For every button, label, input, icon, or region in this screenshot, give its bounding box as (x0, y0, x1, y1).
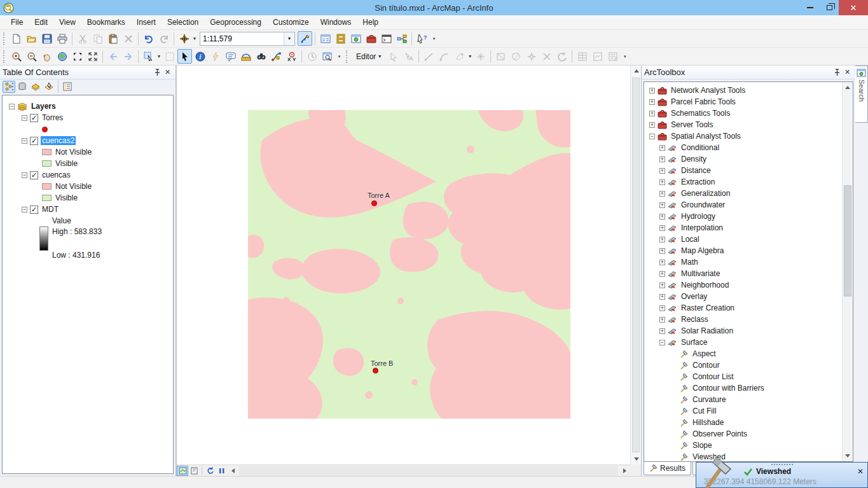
expand-icon[interactable]: + (649, 122, 655, 128)
close-icon[interactable]: ✕ (842, 67, 853, 78)
tool-item[interactable]: Slope (644, 440, 853, 451)
toolset-item[interactable]: −Surface (644, 337, 853, 348)
trace-tool-icon[interactable] (452, 49, 467, 64)
results-tab[interactable]: Results (644, 462, 691, 475)
save-icon[interactable] (39, 31, 54, 46)
expand-icon[interactable]: + (659, 168, 665, 174)
menu-file[interactable]: File (5, 16, 29, 29)
expand-icon[interactable]: + (649, 88, 655, 94)
layer-group-row[interactable]: − Layers (3, 101, 173, 112)
collapse-icon[interactable]: − (22, 172, 27, 178)
layer-label[interactable]: MDT (41, 205, 60, 214)
edit-annotation-tool-icon[interactable]: A (401, 49, 416, 64)
toolset-item[interactable]: +Neighborhood (644, 279, 853, 291)
pan-icon[interactable] (39, 49, 54, 64)
not-visible-swatch[interactable] (42, 183, 52, 190)
print-icon[interactable] (55, 31, 69, 46)
point-tool-icon[interactable] (473, 49, 488, 64)
restore-button[interactable] (820, 0, 839, 15)
trace-dropdown-icon[interactable]: ▾ (467, 49, 472, 64)
layer-label[interactable]: cuencas (41, 171, 72, 179)
map-horizontal-scrollbar[interactable] (239, 466, 618, 476)
close-button[interactable]: ✕ (839, 0, 868, 15)
create-viewer-window-icon[interactable] (320, 49, 334, 64)
expand-icon[interactable]: + (659, 271, 665, 277)
tool-item[interactable]: Contour with Barriers (644, 382, 853, 394)
menu-insert[interactable]: Insert (131, 16, 162, 29)
menu-help[interactable]: Help (357, 16, 384, 29)
scroll-thumb[interactable] (844, 185, 851, 296)
point-symbol[interactable] (42, 127, 48, 132)
layout-view-button[interactable] (188, 466, 200, 476)
layer-checkbox[interactable]: ✓ (30, 206, 38, 214)
endpoint-arc-icon[interactable] (437, 49, 451, 64)
expand-icon[interactable]: + (659, 282, 665, 288)
expand-icon[interactable]: + (659, 237, 665, 242)
menu-bookmarks[interactable]: Bookmarks (81, 16, 131, 29)
list-by-selection-icon[interactable] (43, 81, 55, 93)
scroll-up-icon[interactable] (843, 82, 853, 93)
expand-icon[interactable]: + (659, 157, 665, 162)
legend-row[interactable]: Visible (3, 158, 173, 169)
layers-label[interactable]: Layers (30, 102, 57, 111)
select-features-icon[interactable] (141, 49, 156, 64)
scroll-down-icon[interactable] (843, 450, 853, 461)
html-popup-icon[interactable] (223, 49, 238, 64)
list-by-drawing-order-icon[interactable] (3, 81, 15, 93)
editor-menu-button[interactable]: Editor ▾ (352, 50, 385, 64)
layer-checkbox[interactable]: ✓ (30, 114, 38, 122)
list-by-visibility-icon[interactable] (29, 81, 42, 93)
tool-item[interactable]: Hillshade (644, 417, 853, 428)
rotate-tool-icon[interactable] (555, 49, 569, 64)
toolset-item[interactable]: +Generalization (644, 188, 853, 199)
cut-icon[interactable] (75, 31, 90, 46)
tool-item[interactable]: Curvature (644, 394, 853, 405)
toolset-item[interactable]: +Math (644, 256, 853, 268)
select-elements-icon[interactable] (177, 49, 192, 64)
expand-icon[interactable]: + (659, 305, 665, 311)
identify-icon[interactable]: i (193, 49, 207, 64)
zoom-in-icon[interactable] (9, 49, 24, 64)
expand-icon[interactable]: + (659, 260, 665, 265)
layer-row-cuencas2[interactable]: − ✓ cuencas2 (3, 135, 173, 146)
tool-item[interactable]: Observer Points (644, 428, 853, 440)
search-tab[interactable]: Search (855, 66, 868, 123)
pin-icon[interactable] (831, 67, 842, 78)
toolset-item[interactable]: +Overlay (644, 291, 853, 302)
toolbar-overflow-icon[interactable]: ▾ (621, 49, 629, 64)
toolset-item[interactable]: +Map Algebra (644, 245, 853, 256)
list-by-source-icon[interactable] (16, 81, 29, 93)
toolset-item[interactable]: +Raster Creation (644, 302, 853, 314)
collapse-icon[interactable]: − (9, 104, 15, 109)
python-window-icon[interactable] (379, 31, 394, 46)
toolbox-item[interactable]: +Schematics Tools (644, 108, 853, 119)
collapse-icon[interactable]: − (649, 134, 655, 139)
toolbar-grip[interactable] (3, 50, 6, 63)
arctoolbox-scrollbar[interactable] (842, 82, 853, 461)
geoprocessing-notification[interactable]: Viewshed ✕ 382267.394 4158069.122 Meters (696, 462, 868, 488)
attributes-icon[interactable] (575, 49, 589, 64)
toolset-item[interactable]: +Multivariate (644, 268, 853, 279)
scale-dropdown-icon[interactable]: ▾ (284, 32, 294, 45)
expand-icon[interactable]: + (659, 145, 665, 151)
scale-combobox[interactable]: ▾ (200, 32, 295, 46)
copy-icon[interactable] (90, 31, 105, 46)
new-document-icon[interactable] (9, 31, 24, 46)
fixed-zoom-in-icon[interactable] (70, 49, 85, 64)
toolbox-item[interactable]: −Spatial Analyst Tools (644, 130, 853, 142)
visible-swatch[interactable] (42, 160, 52, 167)
scroll-right-icon[interactable] (619, 466, 630, 476)
toolbox-item[interactable]: +Parcel Fabric Tools (644, 96, 853, 108)
menu-customize[interactable]: Customize (267, 16, 315, 29)
layer-row-mdt[interactable]: − ✓ MDT (3, 204, 173, 215)
toolset-item[interactable]: +Extraction (644, 176, 853, 188)
expand-icon[interactable]: + (659, 214, 665, 220)
expand-icon[interactable]: + (649, 99, 655, 105)
undo-icon[interactable] (141, 31, 156, 46)
editor-toolbar-grip[interactable] (346, 50, 349, 63)
toc-window-icon[interactable] (318, 31, 333, 46)
expand-icon[interactable]: + (659, 225, 665, 231)
expand-icon[interactable]: + (659, 317, 665, 323)
edit-form-icon[interactable] (605, 49, 620, 64)
toolset-item[interactable]: +Distance (644, 165, 853, 176)
